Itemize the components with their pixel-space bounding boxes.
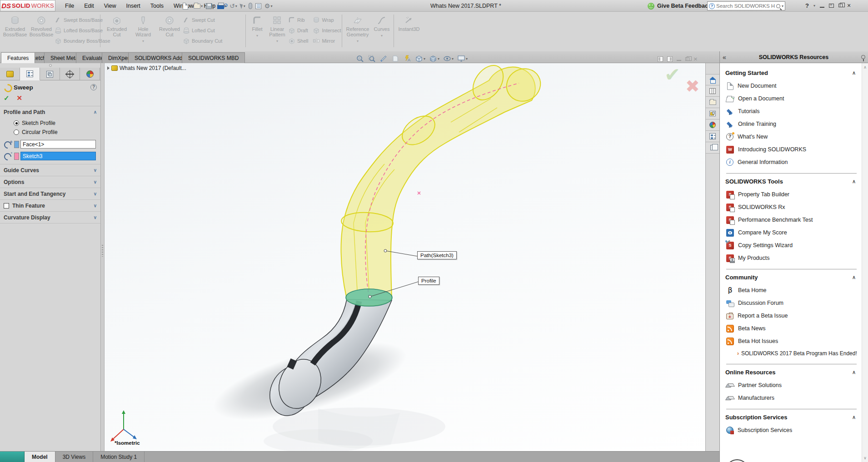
refgeo-dropdown[interactable]: ▾ bbox=[357, 39, 359, 43]
menu-tools[interactable]: Tools bbox=[145, 0, 169, 11]
mirror-button[interactable]: Mirror bbox=[313, 37, 341, 45]
collapse-chevron-icon[interactable]: ∧ bbox=[852, 369, 858, 375]
help-dropdown[interactable]: ▾ bbox=[813, 4, 815, 8]
open-document-link[interactable]: Open a Document bbox=[725, 92, 858, 105]
subscription-services-link[interactable]: Subscription Services bbox=[725, 424, 858, 437]
help-search-box[interactable]: ? ▾ bbox=[707, 1, 785, 10]
online-resources-header[interactable]: Online Resources∧ bbox=[725, 365, 858, 379]
discussion-forum-link[interactable]: Discussion Forum bbox=[725, 297, 858, 309]
display-manager-tab[interactable] bbox=[80, 68, 100, 80]
collapse-chevron-icon[interactable]: ∧ bbox=[852, 274, 858, 280]
search-magnifier-icon[interactable] bbox=[776, 4, 780, 8]
close-icon[interactable]: × bbox=[847, 2, 851, 9]
extruded-cut-button[interactable]: Extruded Cut bbox=[104, 13, 130, 37]
beta-hot-issues-link[interactable]: Beta Hot Issues bbox=[725, 335, 858, 348]
forum-tab[interactable] bbox=[706, 142, 719, 154]
general-information-link[interactable]: iGeneral Information bbox=[725, 156, 858, 169]
rib-button[interactable]: Rib bbox=[288, 16, 308, 24]
getting-started-header[interactable]: Getting Started∧ bbox=[725, 66, 858, 79]
dock-left-icon[interactable] bbox=[658, 56, 663, 62]
beta-feedback-button[interactable]: Give Beta Feedback bbox=[648, 1, 711, 11]
beta-program-note-link[interactable]: ›SOLIDWORKS 2017 Beta Program Has Ended! bbox=[725, 348, 858, 359]
feature-manager-tab[interactable] bbox=[0, 68, 20, 80]
save-button[interactable]: ▾ bbox=[205, 3, 215, 10]
curves-button[interactable]: Curves▾ bbox=[372, 13, 392, 38]
thin-feature-header[interactable]: Thin Feature ∨ bbox=[0, 200, 100, 211]
menu-view[interactable]: View bbox=[99, 0, 121, 11]
pattern-dropdown[interactable]: ▾ bbox=[276, 39, 278, 43]
design-library-tab[interactable] bbox=[706, 85, 719, 97]
property-manager-tab[interactable] bbox=[20, 68, 40, 80]
zoom-area-button[interactable] bbox=[366, 54, 377, 63]
doc-close-icon[interactable]: × bbox=[693, 56, 698, 62]
solidworks-resources-tab[interactable] bbox=[706, 74, 719, 85]
hide-show-items-button[interactable]: ▾ bbox=[442, 54, 455, 63]
view-palette-tab[interactable] bbox=[706, 108, 719, 119]
solidworks-tools-header[interactable]: SOLIDWORKS Tools∧ bbox=[725, 174, 858, 188]
open-button[interactable]: ▾ bbox=[193, 3, 204, 9]
extruded-boss-button[interactable]: Extruded Boss/Base bbox=[2, 13, 28, 37]
new-dropdown[interactable]: ▾ bbox=[189, 4, 190, 8]
confirmation-corner-ok-icon[interactable]: ✔ bbox=[664, 64, 680, 86]
dock-right-icon[interactable] bbox=[667, 56, 673, 62]
curves-dropdown[interactable]: ▾ bbox=[381, 34, 383, 38]
performance-benchmark-link[interactable]: SPerformance Benchmark Test bbox=[725, 214, 858, 226]
boundary-boss-button[interactable]: Boundary Boss/Base bbox=[55, 37, 110, 45]
subscription-services-header[interactable]: Subscription Services∧ bbox=[725, 410, 858, 424]
cancel-button[interactable]: ✕ bbox=[17, 94, 23, 102]
tab-features[interactable]: Features bbox=[1, 52, 35, 63]
confirmation-corner-cancel-icon[interactable]: ✖ bbox=[685, 76, 700, 96]
revolved-cut-button[interactable]: Revolved Cut bbox=[156, 13, 183, 37]
path-input[interactable]: Sketch3 bbox=[20, 152, 96, 160]
file-properties-button[interactable] bbox=[254, 3, 262, 10]
property-tab-builder-link[interactable]: SProperty Tab Builder bbox=[725, 188, 858, 201]
file-explorer-tab[interactable] bbox=[706, 97, 719, 108]
sketch-profile-radio[interactable]: Sketch Profile bbox=[3, 119, 98, 128]
tangency-header[interactable]: Start and End Tangency ∨ bbox=[0, 188, 100, 199]
draft-button[interactable]: Draft bbox=[288, 27, 308, 34]
collapse-chevron-icon[interactable]: ∧ bbox=[852, 70, 858, 76]
zoom-fit-button[interactable] bbox=[354, 54, 365, 63]
options-button[interactable]: ⚙▾ bbox=[264, 2, 274, 10]
scroll-up-icon[interactable]: ∧ bbox=[863, 65, 867, 70]
collapse-chevron-icon[interactable]: ∧ bbox=[852, 179, 858, 184]
view-settings-dropdown[interactable]: ▾ bbox=[466, 57, 468, 61]
lofted-cut-button[interactable]: Lofted Cut bbox=[183, 27, 222, 34]
minimize-icon[interactable] bbox=[820, 4, 824, 8]
copy-settings-wizard-link[interactable]: SCopy Settings Wizard bbox=[725, 239, 858, 252]
fillet-button[interactable]: Fillet▾ bbox=[248, 13, 266, 38]
save-dropdown[interactable]: ▾ bbox=[212, 4, 214, 8]
rebuild-button[interactable] bbox=[248, 2, 253, 10]
thin-feature-checkbox[interactable] bbox=[4, 203, 9, 209]
report-beta-issue-link[interactable]: +Report a Beta Issue bbox=[725, 309, 858, 322]
curvature-display-header[interactable]: Curvature Display ∨ bbox=[0, 212, 100, 223]
doc-minimize-icon[interactable] bbox=[677, 57, 681, 61]
sweep-help-icon[interactable]: ? bbox=[90, 84, 97, 90]
view-orientation-dropdown[interactable]: ▾ bbox=[424, 57, 425, 61]
reference-geometry-button[interactable]: Reference Geometry▾ bbox=[344, 13, 372, 43]
options-dropdown[interactable]: ▾ bbox=[270, 4, 272, 8]
panel-splitter-grip[interactable] bbox=[0, 63, 100, 68]
beta-home-link[interactable]: βBeta Home bbox=[725, 284, 858, 297]
panel-scrollbar[interactable]: ∧ ∨ bbox=[862, 63, 868, 462]
collapse-panel-icon[interactable]: « bbox=[723, 54, 726, 61]
restore-icon[interactable] bbox=[838, 4, 843, 7]
doc-restore-icon[interactable] bbox=[685, 57, 689, 61]
tab-solidworks-mbd[interactable]: SOLIDWORKS MBD bbox=[182, 52, 245, 63]
collapse-chevron-icon[interactable]: ∧ bbox=[852, 414, 858, 420]
graphics-viewport[interactable]: Whats New 2017 (Default... Path(Sketch3)… bbox=[105, 63, 719, 451]
menu-insert[interactable]: Insert bbox=[121, 0, 145, 11]
configuration-manager-tab[interactable] bbox=[40, 68, 60, 80]
community-header[interactable]: Community∧ bbox=[725, 270, 858, 284]
splitter-corner[interactable] bbox=[0, 452, 25, 462]
new-document-button[interactable]: ▾ bbox=[182, 2, 191, 10]
intersect-button[interactable]: Intersect bbox=[313, 27, 341, 34]
beta-news-link[interactable]: Beta News bbox=[725, 322, 858, 335]
help-search-input[interactable] bbox=[716, 3, 775, 9]
fillet-dropdown[interactable]: ▾ bbox=[256, 34, 258, 38]
undo-dropdown[interactable]: ▾ bbox=[235, 4, 237, 8]
pin-panel-icon[interactable] bbox=[861, 55, 865, 59]
view-orientation-button[interactable]: ▾ bbox=[414, 54, 427, 63]
3d-views-tab[interactable]: 3D Views bbox=[55, 452, 93, 462]
introducing-solidworks-link[interactable]: WIntroducing SOLIDWORKS bbox=[725, 143, 858, 156]
